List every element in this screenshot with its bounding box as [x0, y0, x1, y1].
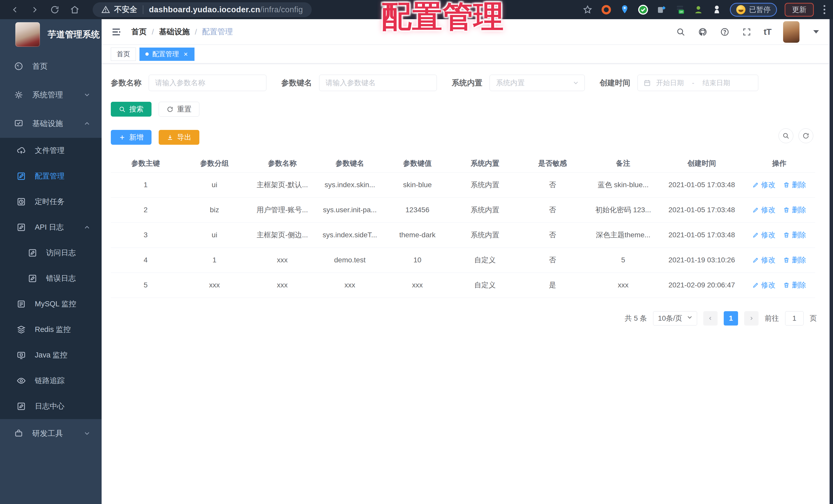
param-name-input[interactable]: [149, 75, 266, 91]
delete-link[interactable]: 删除: [783, 280, 806, 290]
breadcrumb-home[interactable]: 首页: [131, 27, 147, 37]
sidebar-item-redis-monitor[interactable]: Redis 监控: [0, 317, 102, 343]
table-toolbar: 新增 导出: [111, 130, 829, 145]
cell-builtin: 系统内置: [451, 197, 519, 223]
search-icon[interactable]: [675, 27, 686, 37]
toggle-search-button[interactable]: [779, 128, 793, 143]
window-scrollbar-edge[interactable]: [829, 19, 833, 504]
log-edit-icon: [28, 274, 38, 283]
table-row: 4 1 xxx demo.test 10 自定义 否 5 2021-01-19 …: [111, 248, 815, 273]
sidebar-logo-row[interactable]: 芋道管理系统: [0, 19, 102, 50]
page-number-button[interactable]: 1: [724, 311, 738, 326]
user-avatar[interactable]: [783, 21, 800, 43]
add-button[interactable]: 新增: [111, 130, 151, 145]
extension-person-icon[interactable]: [693, 4, 704, 15]
sidebar-item-scheduled-jobs[interactable]: 定时任务: [0, 189, 102, 215]
close-icon[interactable]: [183, 51, 189, 57]
delete-link[interactable]: 删除: [783, 180, 806, 190]
sidebar-item-infra[interactable]: 基础设施: [0, 109, 102, 138]
reload-icon[interactable]: [49, 4, 61, 15]
caret-down-icon[interactable]: [813, 30, 819, 33]
sidebar-item-system[interactable]: 系统管理: [0, 80, 102, 109]
goto-page-input[interactable]: [785, 311, 804, 326]
sidebar-item-file-manage[interactable]: 文件管理: [0, 138, 102, 163]
extension-puzzle-icon[interactable]: [656, 4, 667, 15]
sidebar-item-label: 首页: [32, 61, 48, 72]
cell-param-id: 5: [111, 273, 181, 298]
tab-home[interactable]: 首页: [111, 48, 136, 61]
edit-link[interactable]: 修改: [753, 230, 776, 240]
sidebar-item-error-log[interactable]: 错误日志: [0, 266, 102, 291]
extension-orange-ring-icon[interactable]: [601, 4, 612, 15]
chevron-down-icon: [83, 430, 91, 437]
delete-link[interactable]: 删除: [783, 205, 806, 215]
extension-pin-icon[interactable]: [619, 4, 630, 15]
sidebar-item-java-monitor[interactable]: Java 监控: [0, 343, 102, 368]
url-text[interactable]: dashboard.yudao.iocoder.cn/infra/config: [149, 5, 303, 14]
create-time-range-picker[interactable]: 开始日期 - 结束日期: [638, 75, 758, 91]
extension-pawn-icon[interactable]: [711, 4, 722, 15]
cell-param-value: 123456: [384, 197, 451, 223]
export-button[interactable]: 导出: [159, 130, 199, 145]
app-title: 芋道管理系统: [48, 29, 100, 41]
back-icon[interactable]: [9, 4, 21, 15]
cell-param-group: biz: [181, 197, 248, 223]
calendar-icon: [643, 79, 651, 87]
edit-link-label: 修改: [761, 180, 776, 190]
sidebar-item-log-center[interactable]: 日志中心: [0, 394, 102, 419]
reset-button[interactable]: 重置: [159, 102, 199, 117]
edit-link[interactable]: 修改: [753, 280, 776, 290]
search-button[interactable]: 搜索: [111, 102, 151, 117]
breadcrumb-infra[interactable]: 基础设施: [159, 27, 190, 37]
delete-link[interactable]: 删除: [783, 255, 806, 265]
delete-link[interactable]: 删除: [783, 230, 806, 240]
forward-icon[interactable]: [29, 4, 41, 15]
address-bar[interactable]: 不安全 dashboard.yudao.iocoder.cn/infra/con…: [93, 2, 312, 17]
sidebar-item-tracing[interactable]: 链路追踪: [0, 368, 102, 394]
page-size-select[interactable]: 10条/页: [653, 311, 697, 326]
help-icon[interactable]: [720, 27, 730, 37]
sidebar: 芋道管理系统 首页 系统管理: [0, 19, 102, 504]
extension-on-badge-icon[interactable]: on: [674, 4, 685, 15]
security-label[interactable]: 不安全: [114, 4, 137, 15]
next-page-button[interactable]: [744, 311, 759, 326]
sidebar-item-config-manage[interactable]: 配置管理: [0, 163, 102, 189]
font-size-icon[interactable]: tT: [764, 27, 771, 37]
extension-green-check-icon[interactable]: [638, 4, 648, 15]
sidebar-item-label: 基础设施: [32, 118, 63, 129]
tab-config-manage[interactable]: 配置管理: [140, 48, 194, 61]
sidebar-item-label: 文件管理: [35, 146, 65, 156]
fullscreen-icon[interactable]: [742, 27, 752, 37]
sidebar-item-api-log[interactable]: API 日志: [0, 215, 102, 240]
profile-paused-badge[interactable]: 已暂停: [730, 3, 777, 17]
edit-link[interactable]: 修改: [753, 255, 776, 265]
cell-param-name: 主框架页-侧边...: [248, 223, 316, 248]
edit-square-icon: [16, 171, 26, 181]
bookmark-star-icon[interactable]: [582, 4, 593, 15]
github-icon[interactable]: [698, 27, 708, 37]
edit-link[interactable]: 修改: [753, 180, 776, 190]
header-actions: tT: [675, 21, 819, 43]
cell-param-key: sys.index.skin...: [316, 172, 384, 197]
sidebar-submenu-infra: 文件管理 配置管理 定时任务: [0, 138, 102, 419]
param-key-input[interactable]: [319, 75, 437, 91]
home-icon[interactable]: [69, 4, 80, 15]
sidebar-item-label: 错误日志: [46, 273, 76, 283]
database-icon: [16, 299, 26, 309]
system-builtin-select[interactable]: 系统内置: [490, 75, 585, 91]
sidebar-item-access-log[interactable]: 访问日志: [0, 240, 102, 266]
sidebar-item-home[interactable]: 首页: [0, 52, 102, 80]
prev-page-button[interactable]: [703, 311, 718, 326]
sidebar-item-mysql-monitor[interactable]: MySQL 监控: [0, 291, 102, 317]
sidebar-item-dev-tools[interactable]: 研发工具: [0, 419, 102, 448]
url-path: /infra/config: [260, 5, 303, 14]
refresh-button[interactable]: [799, 128, 813, 143]
pagination: 共 5 条 10条/页 1 前往 页: [111, 311, 829, 326]
browser-menu-kebab-icon[interactable]: [822, 5, 827, 14]
url-divider: [143, 5, 143, 14]
edit-link[interactable]: 修改: [753, 205, 776, 215]
browser-update-button[interactable]: 更新: [785, 3, 814, 17]
cell-create-time: 2021-01-19 03:10:26: [660, 248, 743, 273]
annotation-overlay-title: 配置管理: [381, 0, 504, 33]
hamburger-icon[interactable]: [111, 27, 122, 37]
